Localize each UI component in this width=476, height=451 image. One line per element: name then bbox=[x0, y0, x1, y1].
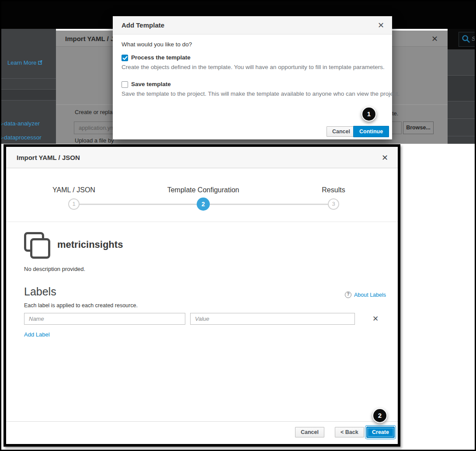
template-name: metricinsights bbox=[57, 239, 123, 250]
project-link: s-dataprocessor bbox=[1, 134, 42, 141]
divider bbox=[1, 78, 56, 79]
annotation-badge-2: 2 bbox=[372, 408, 387, 423]
dialog-header: Import YAML / JSON ✕ bbox=[6, 147, 398, 168]
continue-button[interactable]: Continue bbox=[353, 126, 389, 137]
labels-hint: Each label is applied to each created re… bbox=[24, 302, 138, 309]
step-label-template-configuration: Template Configuration bbox=[151, 186, 256, 194]
save-template-label: Save template bbox=[131, 81, 171, 87]
import-yaml-json-dialog: Import YAML / JSON ✕ YAML / JSON Templat… bbox=[3, 144, 400, 447]
footer-divider bbox=[6, 421, 398, 422]
divider bbox=[448, 118, 475, 119]
step-label-yaml-json: YAML / JSON bbox=[39, 186, 109, 194]
close-icon[interactable]: ✕ bbox=[382, 153, 388, 163]
search-placeholder-fragment: S bbox=[472, 35, 475, 42]
modal-header: Add Template ✕ bbox=[113, 16, 392, 35]
close-icon[interactable]: ✕ bbox=[378, 21, 384, 30]
modal-title: Add Template bbox=[122, 21, 164, 29]
step-circle-3[interactable]: 3 bbox=[328, 198, 339, 210]
masthead-search: S bbox=[448, 29, 475, 49]
template-description: No description provided. bbox=[24, 266, 85, 272]
cancel-button[interactable]: Cancel bbox=[295, 427, 324, 437]
process-template-description: Create the objects defined in the templa… bbox=[122, 64, 385, 70]
process-template-checkbox[interactable] bbox=[122, 55, 128, 61]
divider bbox=[448, 75, 475, 76]
table-row bbox=[448, 75, 475, 101]
add-label-link[interactable]: Add Label bbox=[24, 331, 50, 338]
add-template-modal: Add Template ✕ What would you like to do… bbox=[113, 16, 392, 139]
create-button[interactable]: Create bbox=[366, 427, 395, 438]
question-text: What would you like to do? bbox=[122, 41, 192, 48]
remove-label-icon[interactable]: ✕ bbox=[372, 314, 379, 323]
upload-hint-text: Upload a file by bbox=[75, 137, 114, 144]
wizard-stepper: YAML / JSON Template Configuration Resul… bbox=[6, 168, 398, 222]
label-value-input[interactable] bbox=[190, 313, 355, 325]
divider bbox=[1, 89, 56, 90]
learn-more-link: Learn More bbox=[7, 59, 42, 66]
step-circle-2-active[interactable]: 2 bbox=[197, 198, 210, 211]
divider bbox=[448, 136, 475, 136]
back-button[interactable]: < Back bbox=[335, 427, 364, 437]
save-template-checkbox[interactable] bbox=[122, 81, 128, 88]
screenshot-root: S Learn More s-data-analyzer s-dataproce… bbox=[0, 0, 476, 451]
about-labels-link[interactable]: About Labels bbox=[354, 292, 386, 298]
step-label-results: Results bbox=[307, 186, 360, 194]
step-circle-1[interactable]: 1 bbox=[68, 198, 80, 210]
project-link: s-data-analyzer bbox=[1, 120, 40, 127]
browse-button: Browse... bbox=[403, 121, 434, 134]
template-icon bbox=[30, 238, 50, 259]
external-link-icon bbox=[38, 60, 42, 65]
search-icon bbox=[462, 35, 470, 43]
sentence-tail-text: te. bbox=[392, 110, 398, 117]
annotation-badge-1: 1 bbox=[361, 107, 376, 121]
labels-heading: Labels bbox=[24, 285, 56, 298]
background-left-panel: Learn More s-data-analyzer s-dataprocess… bbox=[1, 29, 56, 144]
check-icon bbox=[122, 56, 128, 60]
save-template-description: Save the template to the project. This w… bbox=[122, 90, 400, 97]
create-or-replace-text: Create or replac bbox=[75, 109, 115, 115]
label-name-input[interactable] bbox=[24, 313, 185, 325]
dialog-title: Import YAML / JSON bbox=[17, 154, 80, 161]
close-icon: ✕ bbox=[431, 34, 438, 44]
background-right-panel bbox=[448, 49, 475, 144]
table-row bbox=[1, 89, 56, 100]
cancel-button[interactable]: Cancel bbox=[327, 126, 356, 137]
help-icon: ? bbox=[345, 291, 351, 298]
process-template-label: Process the template bbox=[131, 54, 191, 61]
divider bbox=[1, 100, 56, 101]
divider bbox=[448, 101, 475, 101]
